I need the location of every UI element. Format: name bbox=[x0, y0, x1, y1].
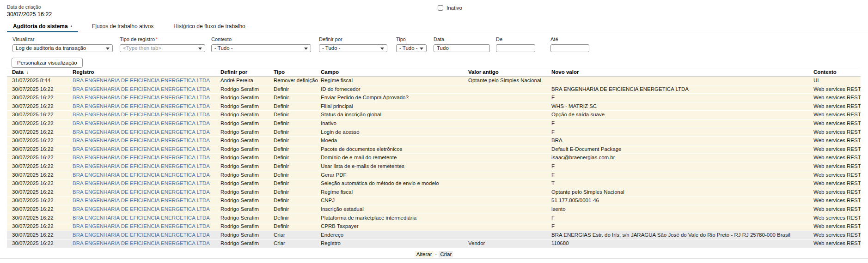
column-header-data[interactable]: Data↓ bbox=[7, 68, 73, 76]
column-header-valor-antigo[interactable]: Valor antigo bbox=[468, 68, 551, 76]
cell-context: Web services REST bbox=[813, 231, 861, 239]
cell-old-value bbox=[468, 222, 551, 231]
column-header-contexto[interactable]: Contexto bbox=[813, 68, 861, 76]
cell-type: Definir bbox=[274, 137, 321, 145]
record-link[interactable]: BRA ENGENHARIA DE EFICIENCIA ENERGETICA … bbox=[73, 222, 220, 231]
record-link[interactable]: BRA ENGENHARIA DE EFICIENCIA ENERGETICA … bbox=[73, 239, 220, 248]
cell-new-value: F bbox=[551, 94, 813, 102]
data-filter-label: Data bbox=[434, 36, 444, 42]
legend-separator: · bbox=[435, 251, 437, 257]
cell-type: Definir bbox=[274, 214, 321, 222]
tab-auditoria-do-sistema[interactable]: Auditoria do sistema• bbox=[7, 20, 78, 32]
cell-new-value: F bbox=[551, 171, 813, 179]
de-input-field[interactable] bbox=[499, 45, 532, 52]
cell-new-value: F bbox=[551, 222, 813, 231]
cell-old-value bbox=[468, 171, 551, 179]
record-link[interactable]: BRA ENGENHARIA DE EFICIENCIA ENERGETICA … bbox=[73, 111, 220, 119]
cell-type: Definir bbox=[274, 94, 321, 102]
column-header-registro[interactable]: Registro bbox=[73, 68, 220, 76]
cell-old-value bbox=[468, 85, 551, 94]
cell-field: ID do fornecedor bbox=[321, 85, 468, 94]
record-link[interactable]: BRA ENGENHARIA DE EFICIENCIA ENERGETICA … bbox=[73, 102, 220, 111]
cell-field: Enviar Pedido de Compra Aprovado? bbox=[321, 94, 468, 102]
cell-set-by: Rodrigo Serafim bbox=[220, 222, 274, 231]
tipo-de-registro-combobox[interactable]: <Type then tab> bbox=[120, 44, 205, 52]
cell-type: Definir bbox=[274, 179, 321, 188]
cell-old-value bbox=[468, 111, 551, 119]
record-link[interactable]: BRA ENGENHARIA DE EFICIENCIA ENERGETICA … bbox=[73, 231, 220, 239]
record-link[interactable]: BRA ENGENHARIA DE EFICIENCIA ENERGETICA … bbox=[73, 85, 220, 94]
ate-input-field[interactable] bbox=[554, 45, 586, 52]
cell-set-by: Rodrigo Serafim bbox=[220, 102, 274, 111]
tab-historico-de-fluxo-de-trabalho[interactable]: Histórico de fluxo de trabalho bbox=[167, 20, 251, 32]
visualizar-select[interactable]: Log de auditoria da transação bbox=[12, 44, 113, 52]
record-link[interactable]: BRA ENGENHARIA DE EFICIENCIA ENERGETICA … bbox=[73, 137, 220, 145]
record-link[interactable]: BRA ENGENHARIA DE EFICIENCIA ENERGETICA … bbox=[73, 77, 220, 85]
visualizar-label: Visualizar bbox=[12, 36, 35, 42]
ate-input[interactable] bbox=[550, 44, 589, 52]
de-input[interactable] bbox=[496, 44, 535, 52]
record-link[interactable]: BRA ENGENHARIA DE EFICIENCIA ENERGETICA … bbox=[73, 179, 220, 188]
tab-fluxos-de-trabalho-ativos[interactable]: Fluxos de trabalho ativos bbox=[86, 20, 159, 32]
record-link[interactable]: BRA ENGENHARIA DE EFICIENCIA ENERGETICA … bbox=[73, 128, 220, 137]
column-header-definir-por[interactable]: Definir por bbox=[220, 68, 274, 76]
column-header-campo[interactable]: Campo bbox=[321, 68, 468, 76]
cell-new-value: BRA ENERGIAS Estr. do Irís, s/n JARAGUA … bbox=[551, 231, 813, 239]
record-link[interactable]: BRA ENGENHARIA DE EFICIENCIA ENERGETICA … bbox=[73, 205, 220, 214]
table-row: 30/07/2025 16:22BRA ENGENHARIA DE EFICIE… bbox=[7, 85, 861, 94]
cell-field: Usar lista de e-mails de remetentes bbox=[321, 162, 468, 171]
table-header: Data↓ Registro Definir por Tipo Campo Va… bbox=[7, 68, 861, 77]
cell-new-value: Default E-Document Package bbox=[551, 145, 813, 154]
cell-context: Web services REST bbox=[813, 102, 861, 111]
cell-context: Web services REST bbox=[813, 179, 861, 188]
cell-field: Regime fiscal bbox=[321, 188, 468, 197]
cell-field: Inativo bbox=[321, 120, 468, 128]
record-link[interactable]: BRA ENGENHARIA DE EFICIENCIA ENERGETICA … bbox=[73, 171, 220, 179]
customize-view-button[interactable]: Personalizar visualização bbox=[12, 58, 83, 68]
table-row: 30/07/2025 16:22BRA ENGENHARIA DE EFICIE… bbox=[7, 222, 861, 231]
cell-new-value: F bbox=[551, 162, 813, 171]
cell-type: Definir bbox=[274, 171, 321, 179]
definir-por-select[interactable]: - Tudo - bbox=[319, 44, 387, 52]
cell-old-value bbox=[468, 94, 551, 102]
chevron-down-icon bbox=[106, 48, 110, 50]
cell-new-value: WHS - MATRIZ SC bbox=[551, 102, 813, 111]
cell-set-by: Rodrigo Serafim bbox=[220, 120, 274, 128]
cell-field: Status da inscrição global bbox=[321, 111, 468, 119]
cell-context: UI bbox=[813, 77, 861, 85]
cell-type: Definir bbox=[274, 205, 321, 214]
data-filter-input[interactable]: Tudo bbox=[434, 44, 490, 52]
record-link[interactable]: BRA ENGENHARIA DE EFICIENCIA ENERGETICA … bbox=[73, 120, 220, 128]
table-row: 30/07/2025 16:22BRA ENGENHARIA DE EFICIE… bbox=[7, 179, 861, 188]
table-row: 30/07/2025 16:22BRA ENGENHARIA DE EFICIE… bbox=[7, 205, 861, 214]
record-link[interactable]: BRA ENGENHARIA DE EFICIENCIA ENERGETICA … bbox=[73, 214, 220, 222]
record-link[interactable]: BRA ENGENHARIA DE EFICIENCIA ENERGETICA … bbox=[73, 145, 220, 154]
cell-context: Web services REST bbox=[813, 222, 861, 231]
cell-new-value: F bbox=[551, 214, 813, 222]
record-link[interactable]: BRA ENGENHARIA DE EFICIENCIA ENERGETICA … bbox=[73, 197, 220, 205]
tipo-select[interactable]: - Tudo - bbox=[396, 44, 427, 52]
table-row: 30/07/2025 16:22BRA ENGENHARIA DE EFICIE… bbox=[7, 111, 861, 120]
column-header-tipo[interactable]: Tipo bbox=[274, 68, 321, 76]
cell-field: Regime fiscal bbox=[321, 77, 468, 85]
inactive-checkbox[interactable] bbox=[438, 5, 443, 11]
cell-set-by: Rodrigo Serafim bbox=[220, 205, 274, 214]
contexto-select[interactable]: - Tudo - bbox=[211, 44, 311, 52]
chevron-down-icon bbox=[198, 48, 202, 50]
definir-por-label: Definir por bbox=[319, 36, 342, 42]
contexto-label: Contexto bbox=[211, 36, 232, 42]
cell-new-value: 51.177.805/0001-46 bbox=[551, 197, 813, 205]
column-header-novo-valor[interactable]: Novo valor bbox=[551, 68, 813, 76]
cell-type: Definir bbox=[274, 85, 321, 94]
cell-context: Web services REST bbox=[813, 239, 861, 248]
created-date-field: Data de criação 30/07/2025 16:22 bbox=[7, 4, 52, 18]
record-link[interactable]: BRA ENGENHARIA DE EFICIENCIA ENERGETICA … bbox=[73, 154, 220, 162]
inactive-field: Inativo bbox=[438, 5, 462, 11]
chevron-down-icon bbox=[420, 48, 423, 50]
cell-date: 30/07/2025 16:22 bbox=[7, 102, 73, 111]
cell-new-value: isento bbox=[551, 205, 813, 214]
record-link[interactable]: BRA ENGENHARIA DE EFICIENCIA ENERGETICA … bbox=[73, 94, 220, 102]
table-row: 30/07/2025 16:22BRA ENGENHARIA DE EFICIE… bbox=[7, 145, 861, 154]
record-link[interactable]: BRA ENGENHARIA DE EFICIENCIA ENERGETICA … bbox=[73, 162, 220, 171]
record-link[interactable]: BRA ENGENHARIA DE EFICIENCIA ENERGETICA … bbox=[73, 188, 220, 197]
